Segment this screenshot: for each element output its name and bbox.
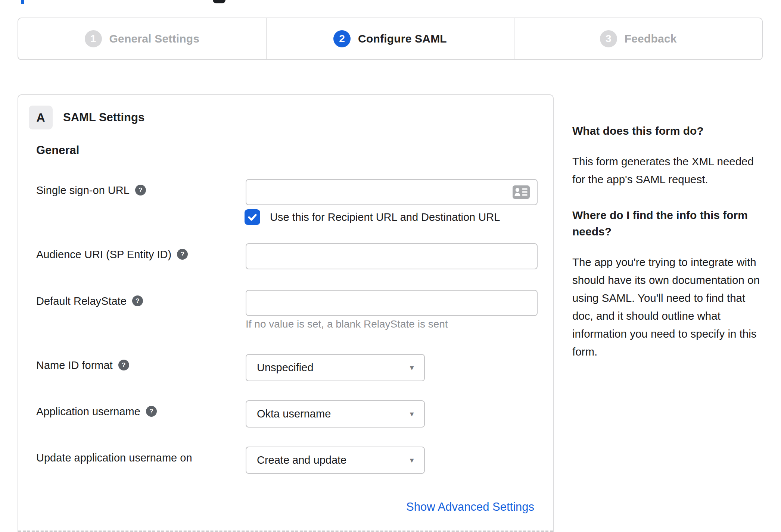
step-general-settings: 1 General Settings xyxy=(18,18,267,59)
step-2-label: Configure SAML xyxy=(358,32,447,45)
audience-uri-input[interactable] xyxy=(246,243,538,269)
step-1-label: General Settings xyxy=(109,32,200,45)
help-sidebar: What does this form do? This form genera… xyxy=(572,123,764,379)
recipient-url-checkbox-row: Use this for Recipient URL and Destinati… xyxy=(245,209,500,225)
update-app-username-value: Create and update xyxy=(257,454,346,466)
help-icon[interactable]: ? xyxy=(135,185,146,195)
default-relaystate-input[interactable] xyxy=(246,290,538,316)
sidebar-body-where: The app you're trying to integrate with … xyxy=(572,253,764,361)
application-username-label-text: Application username xyxy=(36,406,140,418)
saml-settings-card: A SAML Settings General Single sign-on U… xyxy=(18,94,554,532)
name-id-format-label: Name ID format ? xyxy=(36,359,129,372)
general-section-heading: General xyxy=(36,144,79,157)
recipient-url-checkbox-label[interactable]: Use this for Recipient URL and Destinati… xyxy=(270,211,500,223)
audience-uri-label: Audience URI (SP Entity ID) ? xyxy=(36,248,188,261)
chevron-down-icon: ▼ xyxy=(408,410,415,418)
name-id-format-value: Unspecified xyxy=(257,362,314,374)
help-icon[interactable]: ? xyxy=(177,249,188,260)
cropped-header-dark-fragment xyxy=(213,0,225,3)
default-relaystate-label-text: Default RelayState xyxy=(36,295,127,307)
update-app-username-label-text: Update application username on xyxy=(36,452,192,464)
application-username-value: Okta username xyxy=(257,408,331,420)
relaystate-hint: If no value is set, a blank RelayState i… xyxy=(246,318,448,330)
step-3-label: Feedback xyxy=(625,32,677,45)
name-id-format-label-text: Name ID format xyxy=(36,359,113,372)
wizard-stepper: 1 General Settings 2 Configure SAML 3 Fe… xyxy=(18,18,763,60)
default-relaystate-label: Default RelayState ? xyxy=(36,295,143,307)
sidebar-heading-what: What does this form do? xyxy=(572,123,764,139)
step-3-circle: 3 xyxy=(600,30,617,47)
configure-saml-page: 1 General Settings 2 Configure SAML 3 Fe… xyxy=(0,0,781,532)
single-sign-on-url-label-text: Single sign-on URL xyxy=(36,184,130,197)
section-dashed-divider xyxy=(18,531,553,532)
update-app-username-select[interactable]: Create and update ▼ xyxy=(246,447,425,474)
show-advanced-settings-link[interactable]: Show Advanced Settings xyxy=(406,500,534,514)
step-feedback: 3 Feedback xyxy=(514,18,762,59)
single-sign-on-url-input[interactable] xyxy=(246,179,538,205)
cropped-header-blue-fragment xyxy=(21,0,24,4)
contact-card-icon[interactable] xyxy=(512,185,530,199)
name-id-format-select[interactable]: Unspecified ▼ xyxy=(246,354,425,381)
step-2-circle: 2 xyxy=(333,30,351,47)
help-icon[interactable]: ? xyxy=(132,295,143,306)
help-icon[interactable]: ? xyxy=(118,360,129,370)
update-app-username-label: Update application username on xyxy=(36,452,192,464)
chevron-down-icon: ▼ xyxy=(408,456,415,464)
application-username-label: Application username ? xyxy=(36,406,157,418)
help-icon[interactable]: ? xyxy=(146,406,157,417)
recipient-url-checkbox[interactable] xyxy=(245,209,260,225)
single-sign-on-url-input-wrap xyxy=(246,179,538,205)
step-configure-saml: 2 Configure SAML xyxy=(267,18,515,59)
chevron-down-icon: ▼ xyxy=(408,364,415,372)
checkmark-icon xyxy=(246,211,258,223)
application-username-select[interactable]: Okta username ▼ xyxy=(246,400,425,428)
section-a-badge: A xyxy=(29,106,53,129)
sidebar-body-what: This form generates the XML needed for t… xyxy=(572,153,764,188)
audience-uri-label-text: Audience URI (SP Entity ID) xyxy=(36,248,171,261)
sidebar-heading-where: Where do I find the info this form needs… xyxy=(572,207,764,240)
single-sign-on-url-label: Single sign-on URL ? xyxy=(36,184,146,197)
card-title: SAML Settings xyxy=(63,106,144,129)
step-1-circle: 1 xyxy=(85,30,102,47)
